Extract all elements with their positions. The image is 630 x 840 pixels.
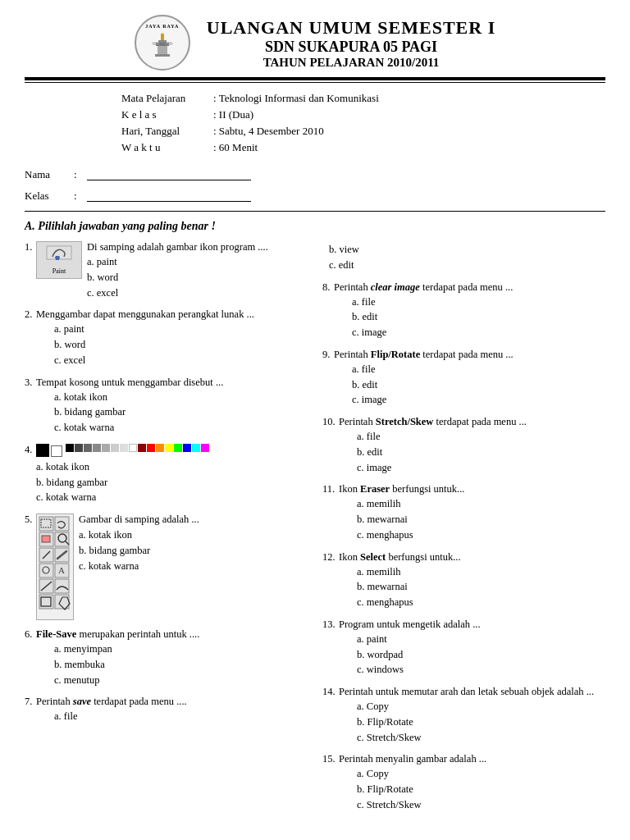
questions-left-col: 1. Paint: [25, 241, 308, 821]
q2-options: a. paint b. word c. excel: [54, 322, 308, 368]
q14-text: Perintah untuk memutar arah dan letak se…: [339, 686, 594, 697]
title2: SDN SUKAPURA 05 PAGI: [207, 39, 495, 56]
q10-text: Perintah Stretch/Skew terdapat pada menu…: [339, 416, 527, 427]
q10-options: a. file b. edit c. image: [357, 429, 605, 475]
question-5: 5.: [25, 514, 308, 620]
question-10: 10. Perintah Stretch/Skew terdapat pada …: [322, 416, 605, 475]
q7-continued-options: b. view c. edit: [329, 242, 605, 273]
q15-num: 15.: [322, 753, 339, 765]
q15-options: a. Copy b. Flip/Rotate c. Stretch/Skew: [357, 766, 605, 812]
q3-text: Tempat kosong untuk menggambar disebut .…: [36, 377, 223, 388]
q15-text: Perintah menyalin gambar adalah ...: [339, 753, 486, 765]
q6-text: File-Save merupakan perintah untuk ....: [36, 628, 199, 640]
q9-num: 9.: [322, 349, 334, 361]
q10-num: 10.: [322, 416, 339, 428]
q8-num: 8.: [322, 281, 334, 294]
q4-options: a. kotak ikon b. bidang gambar c. kotak …: [36, 459, 308, 505]
svg-rect-23: [39, 564, 53, 578]
paint-label: Paint: [37, 267, 81, 275]
q8-text: Perintah clear image terdapat pada menu …: [334, 281, 513, 293]
q7-options: a. file: [54, 709, 308, 724]
q1-options: a. paint b. word c. excel: [87, 254, 268, 300]
kelas-value: : II (Dua): [212, 107, 510, 122]
question-13: 13. Program untuk mengetik adalah ... a.…: [322, 619, 605, 678]
kelas-label: Kelas: [25, 189, 74, 203]
question-15: 15. Perintah menyalin gambar adalah ... …: [322, 753, 605, 812]
header: JAYA RAYA ULANGAN UMUM SEMESTER I SDN SU…: [25, 15, 605, 72]
question-12: 12. Ikon Select berfungsi untuk... a. me…: [322, 551, 605, 610]
nama-label: Nama: [25, 168, 74, 181]
q12-options: a. memilih b. mewarnai c. menghapus: [357, 564, 605, 610]
q7-num: 7.: [25, 696, 36, 708]
questions-right-col: b. view c. edit 8. Perintah clear image …: [322, 241, 605, 821]
q9-text: Perintah Flip/Rotate terdapat pada menu …: [334, 349, 514, 360]
header-text: ULANGAN UMUM SEMESTER I SDN SUKAPURA 05 …: [207, 17, 495, 70]
q11-options: a. memilih b. mewarnai c. menghapus: [357, 496, 605, 542]
svg-rect-2: [158, 40, 167, 43]
q5-num: 5.: [25, 514, 36, 526]
svg-text:A: A: [58, 565, 65, 575]
info-table: Mata Pelajaran : Teknologi Informasi dan…: [118, 89, 512, 157]
q7-text: Perintah save terdapat pada menu ....: [36, 696, 187, 707]
kelas-input-line: [87, 201, 251, 202]
paint-brush-svg: [46, 245, 72, 265]
q6-options: a. menyimpan b. membuka c. menutup: [54, 641, 308, 687]
svg-point-7: [165, 42, 173, 45]
question-3: 3. Tempat kosong untuk menggambar disebu…: [25, 377, 308, 436]
svg-rect-16: [42, 536, 50, 542]
section-title: A. Pilihlah jawaban yang paling benar !: [25, 220, 605, 233]
q6-num: 6.: [25, 628, 36, 641]
q14-num: 14.: [322, 686, 339, 698]
q5-text: Gambar di samping adalah ...: [79, 514, 199, 525]
nama-row: Nama :: [25, 168, 605, 181]
svg-rect-10: [56, 256, 59, 260]
logo-text-top: JAYA RAYA: [145, 24, 179, 29]
paint-icon: Paint: [36, 241, 82, 279]
q7-continued: b. view c. edit: [322, 242, 605, 273]
section-divider: [25, 211, 605, 212]
q2-text: Menggambar dapat menggunakan perangkat l…: [36, 308, 254, 320]
nama-input-line: [87, 180, 251, 180]
q5-options: a. kotak ikon b. bidang gambar c. kotak …: [79, 527, 199, 573]
hari-value: : Sabtu, 4 Desember 2010: [212, 124, 510, 139]
svg-rect-5: [155, 54, 170, 57]
q3-num: 3.: [25, 377, 36, 389]
q2-num: 2.: [25, 308, 36, 321]
q9-options: a. file b. edit c. image: [352, 362, 605, 408]
q11-text: Ikon Eraser berfungsi untuk...: [339, 483, 464, 495]
question-9: 9. Perintah Flip/Rotate terdapat pada me…: [322, 349, 605, 408]
student-info: Nama : Kelas :: [25, 168, 605, 203]
tools-panel: A: [36, 514, 74, 620]
tools-panel-svg: A: [39, 516, 71, 614]
q8-options: a. file b. edit c. image: [352, 294, 605, 340]
svg-rect-4: [158, 46, 167, 54]
q13-options: a. paint b. wordpad c. windows: [357, 632, 605, 678]
mata-pelajaran-value: : Teknologi Informasi dan Komunikasi: [212, 91, 510, 106]
thick-divider: [25, 77, 605, 80]
svg-rect-12: [55, 517, 69, 531]
q13-text: Program untuk mengetik adalah ...: [339, 619, 481, 630]
q13-num: 13.: [322, 619, 339, 631]
kelas-row: Kelas :: [25, 189, 605, 203]
color-palette-img: [36, 444, 308, 457]
waktu-value: : 60 Menit: [212, 140, 510, 155]
thin-divider: [25, 82, 605, 83]
question-7: 7. Perintah save terdapat pada menu ....…: [25, 696, 308, 724]
q1-text: Di samping adalah gambar ikon program ..…: [87, 241, 268, 253]
title1: ULANGAN UMUM SEMESTER I: [207, 17, 495, 39]
bg-color-swatch: [51, 445, 62, 457]
waktu-label: W a k t u: [120, 140, 210, 155]
logo: JAYA RAYA: [135, 15, 192, 72]
kelas-label: K e l a s: [120, 107, 210, 122]
q12-num: 12.: [322, 551, 339, 564]
q3-options: a. kotak ikon b. bidang gambar c. kotak …: [54, 390, 308, 436]
mata-pelajaran-label: Mata Pelajaran: [120, 91, 210, 106]
q12-text: Ikon Select berfungsi untuk...: [339, 551, 461, 563]
title3: TAHUN PELAJARAN 2010/2011: [207, 56, 495, 70]
hari-label: Hari, Tanggal: [120, 124, 210, 139]
question-1: 1. Paint: [25, 241, 308, 300]
questions-area: 1. Paint: [25, 241, 605, 821]
question-4: 4.: [25, 444, 308, 505]
logo-icon: [148, 30, 177, 60]
q14-options: a. Copy b. Flip/Rotate c. Stretch/Skew: [357, 699, 605, 745]
